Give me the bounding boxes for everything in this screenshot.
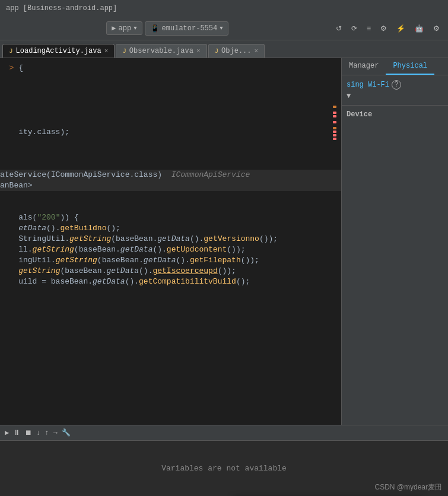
tab-observable-icon: J: [122, 47, 126, 55]
code-line: [0, 202, 341, 212]
code-line: > {: [0, 63, 341, 74]
toolbar: ▶ app ▼ 📱 emulator-5554 ▼ ↺ ⟳ ≡ ⚙ ⚡ 🤖 ⚙: [0, 17, 448, 40]
debug-toolbar: ▶ ⏸ ⏹ ↓ ↑ → 🔧: [0, 425, 448, 441]
tab-obje[interactable]: J Obje... ×: [208, 44, 265, 58]
tab-obje-label: Obje...: [221, 47, 251, 55]
code-line: StringUtil.getString(baseBean.getData().…: [0, 234, 341, 244]
toolbar-sync[interactable]: ⟳: [348, 23, 361, 34]
code-line: ity.class);: [0, 127, 341, 138]
tab-loading-activity[interactable]: J LoadingActivity.java ×: [2, 44, 115, 58]
device-title: Device: [347, 110, 443, 119]
tab-obje-icon: J: [215, 47, 219, 55]
code-line: [0, 138, 341, 159]
wifi-label: sing Wi-Fi: [347, 81, 389, 89]
rp-tab-manager-label: Manager: [349, 62, 379, 70]
code-line: [0, 106, 341, 116]
run-label: app: [119, 24, 132, 33]
tab-observable-close[interactable]: ×: [196, 47, 201, 55]
toolbar-menu[interactable]: ≡: [363, 23, 374, 34]
code-line: [0, 159, 341, 170]
run-button[interactable]: ▶ app ▼: [106, 21, 142, 35]
tab-observable-label: Observable.java: [129, 47, 193, 55]
device-label: emulator-5554: [162, 24, 218, 33]
debug-message: Variables are not available: [161, 464, 287, 473]
code-line: [0, 74, 341, 95]
code-line: [0, 95, 341, 106]
main-area: > { ity.class); ateService(ICommonApiSer…: [0, 58, 448, 496]
run-dropdown-arrow[interactable]: ▼: [134, 26, 136, 31]
tab-loading-icon: J: [9, 47, 13, 55]
run-icon: ▶: [112, 24, 116, 33]
right-dropdown-arrow[interactable]: ▼: [347, 92, 351, 100]
code-line: anBean>: [0, 180, 341, 191]
code-line: getString(baseBean.getData().getIscoerce…: [0, 266, 341, 276]
code-line: etData().getBuildno();: [0, 223, 341, 234]
toolbar-refresh[interactable]: ↺: [332, 23, 345, 34]
code-line: [0, 116, 341, 127]
code-line: [0, 191, 341, 202]
code-line: ingUtil.getString(baseBean.getData().get…: [0, 255, 341, 266]
toolbar-lightning[interactable]: ⚡: [393, 23, 409, 34]
device-section: Device: [342, 105, 448, 126]
tab-obje-close[interactable]: ×: [255, 47, 259, 55]
code-line: ll.getString(baseBean.getData().getUpdco…: [0, 244, 341, 255]
right-panel-tabs: Manager Physical: [342, 58, 448, 75]
rp-tab-physical[interactable]: Physical: [386, 58, 434, 75]
tab-observable[interactable]: J Observable.java ×: [116, 44, 206, 58]
toolbar-android[interactable]: 🤖: [411, 23, 427, 34]
toolbar-settings[interactable]: ⚙: [377, 23, 390, 34]
title-bar: app [Business-android.app]: [0, 0, 448, 17]
watermark: CSDN @mydear麦田: [374, 482, 442, 492]
device-phone-icon: 📱: [150, 24, 160, 33]
rp-content: sing Wi-Fi ? ▼: [342, 75, 448, 105]
tab-loading-close[interactable]: ×: [104, 47, 109, 55]
rp-tab-physical-label: Physical: [393, 62, 427, 70]
title-text: app [Business-android.app]: [6, 4, 117, 12]
debug-toolbar-icons: ▶ ⏸ ⏹ ↓ ↑ → 🔧: [5, 428, 71, 437]
code-line: ateService(ICommonApiService.class) ICom…: [0, 170, 341, 180]
code-line: als("200")) {: [0, 212, 341, 223]
device-dropdown-arrow[interactable]: ▼: [220, 26, 223, 31]
toolbar-plugin[interactable]: ⚙: [430, 23, 443, 34]
tab-loading-label: LoadingActivity.java: [16, 47, 101, 55]
rp-tab-manager[interactable]: Manager: [342, 58, 386, 75]
wifi-question[interactable]: ?: [392, 80, 401, 90]
device-selector[interactable]: 📱 emulator-5554 ▼: [145, 21, 228, 36]
code-line: uild = baseBean.getData().getCompatibili…: [0, 276, 341, 287]
tabs-bar: J LoadingActivity.java × J Observable.ja…: [0, 40, 448, 58]
